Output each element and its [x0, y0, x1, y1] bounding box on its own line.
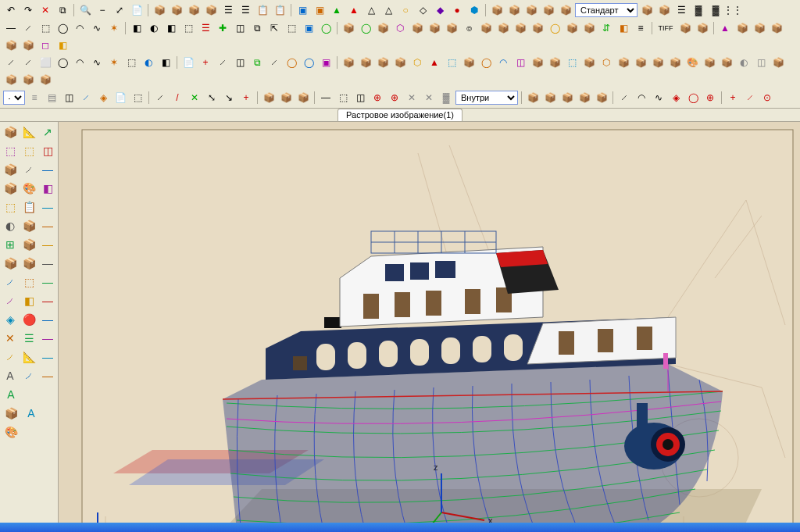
solid-icon[interactable]: 📦 — [581, 20, 597, 36]
document-tab[interactable]: Растровое изображение(1) — [338, 109, 462, 121]
tool-icon[interactable]: ✶ — [106, 55, 122, 70]
linetype-combo[interactable]: — — [3, 91, 25, 105]
palette-tool-icon[interactable]: — — [39, 311, 56, 328]
line-icon[interactable]: — — [3, 20, 19, 36]
snap-icon[interactable]: + — [725, 90, 741, 105]
hatch-icon[interactable]: ▓ — [708, 2, 723, 18]
solid-icon[interactable]: 📦 — [20, 72, 36, 87]
palette-tool-icon[interactable]: ⬚ — [20, 142, 38, 159]
tool-icon[interactable]: ⬜ — [38, 55, 53, 70]
palette-tool-icon[interactable]: 📐 — [20, 123, 38, 141]
palette-tool-icon[interactable]: ◈ — [2, 311, 19, 328]
snap-icon[interactable]: ⟋ — [742, 90, 758, 105]
palette-tool-icon[interactable]: A — [2, 367, 19, 384]
tool-icon[interactable]: ⊕ — [370, 90, 385, 105]
solid-icon[interactable]: 📦 — [702, 55, 717, 70]
solid-icon[interactable]: 📦 — [650, 55, 666, 70]
solid-icon[interactable]: 📦 — [341, 20, 356, 36]
palette-tool-icon[interactable]: — — [39, 273, 56, 291]
palette-tool-icon[interactable]: 📐 — [20, 348, 38, 366]
palette-tool-icon[interactable]: 📦 — [20, 217, 38, 234]
tool-icon[interactable]: ▤ — [44, 90, 59, 105]
tool-icon[interactable]: ◐ — [146, 20, 162, 36]
tool-icon[interactable]: ⧉ — [249, 20, 265, 36]
tool-icon[interactable]: + — [198, 55, 213, 70]
solid-icon[interactable]: ≡ — [633, 20, 648, 36]
palette-tool-icon[interactable]: A — [2, 386, 20, 403]
palette-tool-icon[interactable]: ◧ — [20, 292, 38, 309]
diamond-icon[interactable]: ◇ — [415, 2, 430, 18]
solid-icon[interactable]: ⬡ — [409, 55, 425, 70]
box-icon[interactable]: 📦 — [152, 2, 167, 18]
box-icon[interactable]: 📦 — [169, 2, 184, 18]
solid-icon[interactable]: ◻ — [38, 37, 53, 53]
tool-icon[interactable]: ▓ — [438, 90, 454, 105]
copy-icon[interactable]: ⧉ — [55, 2, 70, 18]
clipboard-icon[interactable]: 📋 — [272, 2, 288, 18]
snap-icon[interactable]: ⟋ — [616, 90, 632, 105]
delete-icon[interactable]: ✕ — [38, 2, 53, 18]
fit-icon[interactable]: ⤢ — [112, 2, 127, 18]
hex-icon[interactable]: ⬢ — [466, 2, 482, 18]
hatch-icon[interactable]: ▓ — [691, 2, 706, 18]
tool-icon[interactable]: ◧ — [158, 55, 173, 70]
zoom-out-icon[interactable]: − — [95, 2, 110, 18]
solid-icon[interactable]: ⬚ — [564, 55, 580, 70]
tool-icon[interactable]: ⟋ — [78, 90, 94, 105]
palette-tool-icon[interactable]: 📦 — [20, 236, 38, 253]
palette-tool-icon[interactable]: ⬚ — [20, 273, 38, 291]
solid-icon[interactable]: ◯ — [478, 55, 494, 70]
solid-icon[interactable]: ◯ — [547, 20, 562, 36]
palette-tool-icon[interactable]: ◧ — [39, 180, 56, 197]
tool-icon[interactable]: ☰ — [198, 20, 213, 36]
solid-icon[interactable]: 📦 — [444, 20, 459, 36]
tool-icon[interactable]: ◫ — [232, 55, 248, 70]
palette-tool-icon[interactable]: ◐ — [2, 217, 19, 234]
palette-tool-icon[interactable]: 🎨 — [20, 180, 38, 197]
solid-icon[interactable]: 📦 — [295, 90, 311, 105]
view-icon[interactable]: 📦 — [559, 90, 575, 105]
solid-icon[interactable]: 📦 — [530, 55, 545, 70]
spline-icon[interactable]: ∿ — [89, 20, 105, 36]
solid-icon[interactable]: 📦 — [695, 20, 710, 36]
palette-tool-icon[interactable]: ⊞ — [2, 236, 19, 253]
palette-tool-icon[interactable]: ⟋ — [20, 161, 38, 178]
palette-tool-icon[interactable]: 📦 — [2, 180, 19, 197]
solid-icon[interactable]: ▲ — [717, 20, 733, 36]
tool-icon[interactable]: ◐ — [141, 55, 156, 70]
palette-tool-icon[interactable]: — — [39, 348, 56, 366]
palette-tool-icon[interactable]: — — [39, 255, 56, 272]
view-icon[interactable]: 📦 — [542, 90, 558, 105]
solid-icon[interactable]: 📦 — [375, 20, 391, 36]
tool-icon[interactable]: + — [238, 90, 254, 105]
solid-icon[interactable]: 📦 — [719, 55, 734, 70]
tool-icon[interactable]: 📄 — [180, 55, 196, 70]
tool-icon[interactable]: ◫ — [61, 90, 77, 105]
solid-icon[interactable]: 📦 — [558, 2, 573, 18]
solid-icon[interactable]: 📦 — [478, 20, 494, 36]
tool-icon[interactable]: ⧉ — [249, 55, 265, 70]
solid-icon[interactable]: 📦 — [547, 55, 562, 70]
solid-icon[interactable]: 📦 — [375, 55, 391, 70]
solid-icon[interactable]: ▲ — [427, 55, 442, 70]
tool-icon[interactable]: ◯ — [55, 55, 70, 70]
solid-icon[interactable]: ◯ — [358, 20, 373, 36]
solid-icon[interactable]: 📦 — [639, 2, 655, 18]
tool-icon[interactable]: ◈ — [95, 90, 111, 105]
viewport-3d[interactable]: x y z 88 92 96 — [59, 122, 800, 532]
tool-icon[interactable]: ◯ — [284, 55, 299, 70]
circle-icon[interactable]: ○ — [398, 2, 413, 18]
solid-icon[interactable]: ◫ — [512, 55, 528, 70]
tool-icon[interactable]: ⬚ — [123, 55, 139, 70]
bulb-icon[interactable]: 📦 — [564, 20, 580, 36]
rect-icon[interactable]: ⬚ — [38, 20, 53, 36]
solid-icon[interactable]: 📦 — [523, 2, 539, 18]
tool-icon[interactable]: ◯ — [301, 55, 316, 70]
palette-tool-icon[interactable]: 📦 — [2, 123, 19, 141]
tool-icon[interactable]: / — [170, 90, 185, 105]
shape-icon[interactable]: △ — [380, 2, 396, 18]
tool-icon[interactable]: ⟋ — [215, 55, 230, 70]
tool-icon[interactable]: ⬚ — [180, 20, 196, 36]
palette-tool-icon[interactable]: — — [39, 161, 56, 178]
solid-icon[interactable]: ⇵ — [598, 20, 614, 36]
